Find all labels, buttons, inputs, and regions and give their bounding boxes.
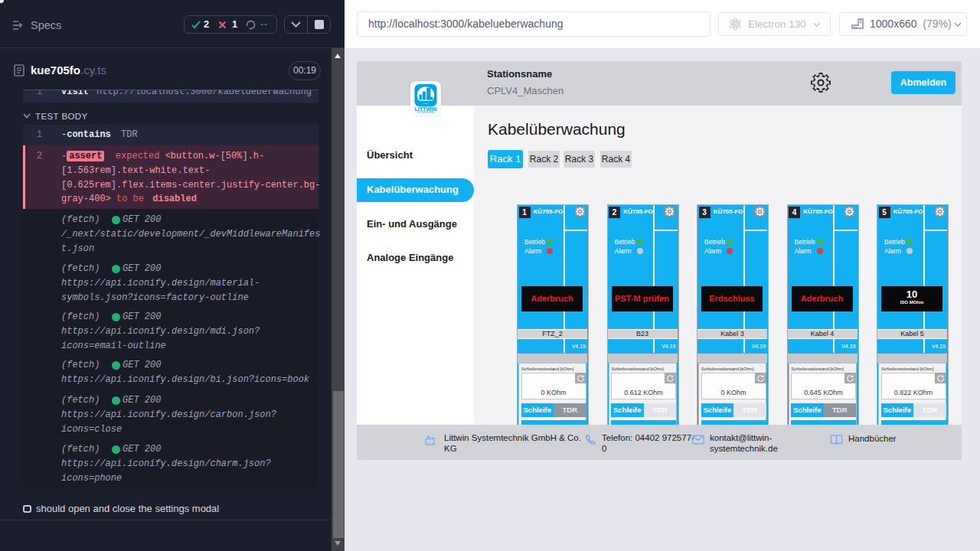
svg-text:SYSTEMTECHNIK: SYSTEMTECHNIK [417, 111, 434, 113]
